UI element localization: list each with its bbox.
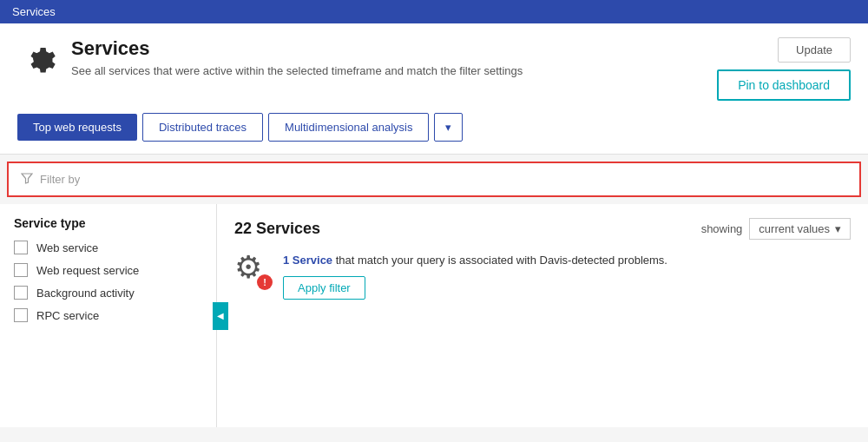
page-description: See all services that were active within… <box>71 63 523 79</box>
alert-link[interactable]: 1 Service <box>283 254 332 267</box>
services-count: 22 Services <box>234 220 320 238</box>
list-item: Web service <box>14 241 202 254</box>
title-bar: Services <box>0 0 868 23</box>
tab-top-web-requests[interactable]: Top web requests <box>17 114 137 141</box>
background-activity-label: Background activity <box>36 287 135 300</box>
tab-distributed-traces[interactable]: Distributed traces <box>142 113 263 142</box>
header-text: Services See all services that were acti… <box>71 37 523 79</box>
current-values-dropdown[interactable]: current values ▾ <box>749 218 851 240</box>
header-section: Services See all services that were acti… <box>0 23 868 155</box>
web-request-service-checkbox[interactable] <box>14 263 28 277</box>
web-service-checkbox[interactable] <box>14 241 28 254</box>
update-button[interactable]: Update <box>778 37 851 63</box>
sidebar-collapse-button[interactable]: ◀ <box>213 302 228 330</box>
dropdown-chevron-icon: ▾ <box>835 222 841 235</box>
rpc-service-checkbox[interactable] <box>14 308 28 322</box>
alert-box: ⚙ ! 1 Service that match your query is a… <box>234 252 851 300</box>
chevron-down-icon: ▾ <box>445 121 451 134</box>
header-right: Update Pin to dashboard <box>717 37 851 101</box>
alert-text: 1 Service that match your query is assoc… <box>283 252 667 269</box>
sidebar: Service type Web service Web request ser… <box>0 204 217 427</box>
sidebar-title: Service type <box>14 216 202 230</box>
web-request-service-label: Web request service <box>36 264 139 277</box>
services-header: 22 Services showing current values ▾ <box>234 218 851 240</box>
showing-label: showing <box>701 222 743 235</box>
filter-bar[interactable]: Filter by <box>7 162 861 197</box>
alert-badge: ! <box>257 274 273 290</box>
list-item: RPC service <box>14 308 202 322</box>
page-title: Services <box>71 37 523 60</box>
alert-icon-wrapper: ⚙ ! <box>234 252 273 290</box>
list-item: Background activity <box>14 286 202 300</box>
tab-more-chevron[interactable]: ▾ <box>434 113 463 142</box>
services-panel: 22 Services showing current values ▾ ⚙ !… <box>217 204 868 427</box>
main-content: Service type Web service Web request ser… <box>0 204 868 427</box>
background-activity-checkbox[interactable] <box>14 286 28 300</box>
filter-icon <box>21 172 33 187</box>
title-bar-label: Services <box>12 5 56 18</box>
header-top: Services See all services that were acti… <box>17 37 851 101</box>
showing-row: showing current values ▾ <box>701 218 851 240</box>
apply-filter-button[interactable]: Apply filter <box>283 276 365 300</box>
header-left: Services See all services that were acti… <box>17 37 523 79</box>
web-service-label: Web service <box>36 241 98 254</box>
alert-content: 1 Service that match your query is assoc… <box>283 252 667 300</box>
list-item: Web request service <box>14 263 202 277</box>
tab-multidimensional-analysis[interactable]: Multidimensional analysis <box>268 113 429 142</box>
pin-to-dashboard-button[interactable]: Pin to dashboard <box>717 69 851 101</box>
chevron-left-icon: ◀ <box>217 311 224 320</box>
filter-placeholder: Filter by <box>40 173 80 186</box>
rpc-service-label: RPC service <box>36 309 99 322</box>
services-gear-icon <box>17 37 59 79</box>
tabs-row: Top web requests Distributed traces Mult… <box>17 113 851 142</box>
